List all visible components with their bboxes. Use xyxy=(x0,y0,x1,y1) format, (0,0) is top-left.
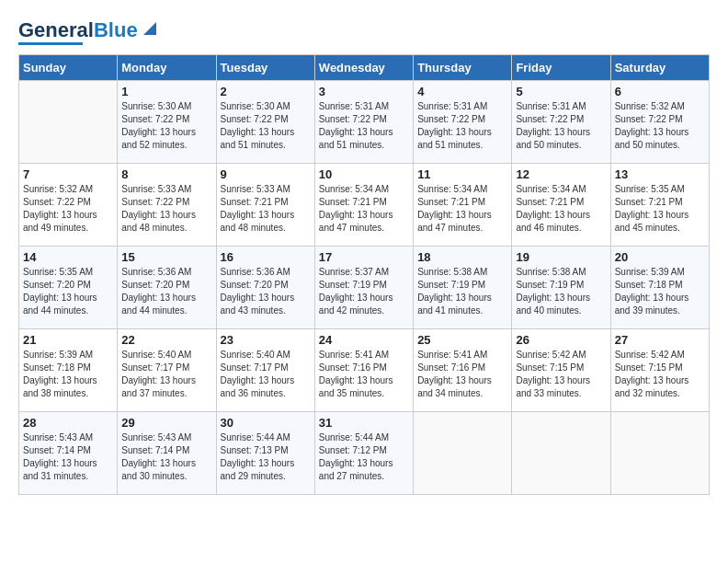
calendar-cell: 29Sunrise: 5:43 AM Sunset: 7:14 PM Dayli… xyxy=(118,412,216,495)
col-header-thursday: Thursday xyxy=(414,55,512,81)
calendar-cell xyxy=(512,412,610,495)
day-number: 1 xyxy=(121,85,211,98)
day-number: 28 xyxy=(23,416,113,430)
day-number: 16 xyxy=(221,250,311,264)
day-info: Sunrise: 5:34 AM Sunset: 7:21 PM Dayligh… xyxy=(516,183,606,235)
calendar-cell: 18Sunrise: 5:38 AM Sunset: 7:19 PM Dayli… xyxy=(414,247,512,329)
day-info: Sunrise: 5:40 AM Sunset: 7:17 PM Dayligh… xyxy=(221,349,311,400)
day-info: Sunrise: 5:44 AM Sunset: 7:12 PM Dayligh… xyxy=(319,431,409,483)
day-number: 18 xyxy=(417,250,507,264)
day-info: Sunrise: 5:43 AM Sunset: 7:14 PM Dayligh… xyxy=(23,431,113,483)
day-info: Sunrise: 5:33 AM Sunset: 7:22 PM Dayligh… xyxy=(121,183,211,235)
day-number: 29 xyxy=(121,416,211,430)
week-row-4: 21Sunrise: 5:39 AM Sunset: 7:18 PM Dayli… xyxy=(19,329,710,412)
calendar-cell: 1Sunrise: 5:30 AM Sunset: 7:22 PM Daylig… xyxy=(118,81,216,164)
week-row-1: 1Sunrise: 5:30 AM Sunset: 7:22 PM Daylig… xyxy=(19,81,710,164)
calendar-cell: 6Sunrise: 5:32 AM Sunset: 7:22 PM Daylig… xyxy=(610,81,709,164)
calendar-cell: 31Sunrise: 5:44 AM Sunset: 7:12 PM Dayli… xyxy=(314,412,413,495)
calendar-cell: 5Sunrise: 5:31 AM Sunset: 7:22 PM Daylig… xyxy=(512,81,610,164)
day-number: 17 xyxy=(319,250,409,264)
day-info: Sunrise: 5:37 AM Sunset: 7:19 PM Dayligh… xyxy=(319,266,409,317)
day-number: 8 xyxy=(121,167,211,181)
col-header-friday: Friday xyxy=(512,55,610,81)
calendar-cell: 26Sunrise: 5:42 AM Sunset: 7:15 PM Dayli… xyxy=(512,329,610,412)
day-number: 27 xyxy=(615,333,705,347)
col-header-saturday: Saturday xyxy=(610,55,709,81)
calendar-cell: 21Sunrise: 5:39 AM Sunset: 7:18 PM Dayli… xyxy=(19,329,118,412)
day-info: Sunrise: 5:40 AM Sunset: 7:17 PM Dayligh… xyxy=(121,349,211,400)
week-row-2: 7Sunrise: 5:32 AM Sunset: 7:22 PM Daylig… xyxy=(19,164,710,247)
day-info: Sunrise: 5:41 AM Sunset: 7:16 PM Dayligh… xyxy=(417,349,507,400)
calendar-cell: 12Sunrise: 5:34 AM Sunset: 7:21 PM Dayli… xyxy=(512,164,610,247)
day-info: Sunrise: 5:39 AM Sunset: 7:18 PM Dayligh… xyxy=(23,349,113,400)
day-info: Sunrise: 5:42 AM Sunset: 7:15 PM Dayligh… xyxy=(516,349,606,400)
day-info: Sunrise: 5:44 AM Sunset: 7:13 PM Dayligh… xyxy=(221,431,311,483)
calendar-cell: 24Sunrise: 5:41 AM Sunset: 7:16 PM Dayli… xyxy=(314,329,413,412)
calendar-cell: 14Sunrise: 5:35 AM Sunset: 7:20 PM Dayli… xyxy=(19,247,118,329)
logo-icon xyxy=(140,18,160,39)
calendar-cell: 7Sunrise: 5:32 AM Sunset: 7:22 PM Daylig… xyxy=(19,164,118,247)
logo: GeneralBlue xyxy=(18,18,160,45)
calendar-cell: 8Sunrise: 5:33 AM Sunset: 7:22 PM Daylig… xyxy=(118,164,216,247)
day-number: 30 xyxy=(221,416,311,430)
col-header-monday: Monday xyxy=(118,55,216,81)
calendar-cell: 23Sunrise: 5:40 AM Sunset: 7:17 PM Dayli… xyxy=(216,329,314,412)
calendar-cell: 25Sunrise: 5:41 AM Sunset: 7:16 PM Dayli… xyxy=(414,329,512,412)
day-number: 22 xyxy=(121,333,211,347)
day-number: 15 xyxy=(121,250,211,264)
calendar-cell: 15Sunrise: 5:36 AM Sunset: 7:20 PM Dayli… xyxy=(118,247,216,329)
col-header-tuesday: Tuesday xyxy=(216,55,314,81)
day-info: Sunrise: 5:31 AM Sunset: 7:22 PM Dayligh… xyxy=(319,100,409,152)
calendar-cell: 11Sunrise: 5:34 AM Sunset: 7:21 PM Dayli… xyxy=(414,164,512,247)
day-number: 10 xyxy=(319,167,409,181)
calendar-header-row: SundayMondayTuesdayWednesdayThursdayFrid… xyxy=(19,55,710,81)
calendar-cell xyxy=(610,412,709,495)
calendar-cell: 19Sunrise: 5:38 AM Sunset: 7:19 PM Dayli… xyxy=(512,247,610,329)
day-number: 26 xyxy=(516,333,606,347)
day-info: Sunrise: 5:43 AM Sunset: 7:14 PM Dayligh… xyxy=(121,431,211,483)
calendar-cell: 20Sunrise: 5:39 AM Sunset: 7:18 PM Dayli… xyxy=(610,247,709,329)
logo-underline xyxy=(18,42,83,45)
day-info: Sunrise: 5:39 AM Sunset: 7:18 PM Dayligh… xyxy=(615,266,705,317)
col-header-sunday: Sunday xyxy=(19,55,118,81)
day-info: Sunrise: 5:35 AM Sunset: 7:20 PM Dayligh… xyxy=(23,266,113,317)
day-number: 4 xyxy=(417,85,507,98)
calendar-cell xyxy=(19,81,118,164)
day-number: 21 xyxy=(23,333,113,347)
calendar-cell: 13Sunrise: 5:35 AM Sunset: 7:21 PM Dayli… xyxy=(610,164,709,247)
day-number: 19 xyxy=(516,250,606,264)
day-number: 12 xyxy=(516,167,606,181)
calendar-cell: 17Sunrise: 5:37 AM Sunset: 7:19 PM Dayli… xyxy=(314,247,413,329)
calendar-cell: 9Sunrise: 5:33 AM Sunset: 7:21 PM Daylig… xyxy=(216,164,314,247)
day-info: Sunrise: 5:36 AM Sunset: 7:20 PM Dayligh… xyxy=(221,266,311,317)
calendar-cell: 30Sunrise: 5:44 AM Sunset: 7:13 PM Dayli… xyxy=(216,412,314,495)
day-number: 31 xyxy=(319,416,409,430)
svg-marker-0 xyxy=(143,22,156,35)
day-info: Sunrise: 5:31 AM Sunset: 7:22 PM Dayligh… xyxy=(417,100,507,152)
day-info: Sunrise: 5:42 AM Sunset: 7:15 PM Dayligh… xyxy=(615,349,705,400)
calendar-cell xyxy=(414,412,512,495)
day-info: Sunrise: 5:36 AM Sunset: 7:20 PM Dayligh… xyxy=(121,266,211,317)
day-number: 14 xyxy=(23,250,113,264)
calendar-cell: 27Sunrise: 5:42 AM Sunset: 7:15 PM Dayli… xyxy=(610,329,709,412)
week-row-5: 28Sunrise: 5:43 AM Sunset: 7:14 PM Dayli… xyxy=(19,412,710,495)
day-number: 9 xyxy=(221,167,311,181)
col-header-wednesday: Wednesday xyxy=(314,55,413,81)
day-number: 2 xyxy=(221,85,311,98)
logo-text: GeneralBlue xyxy=(18,20,138,40)
day-info: Sunrise: 5:41 AM Sunset: 7:16 PM Dayligh… xyxy=(319,349,409,400)
day-number: 13 xyxy=(615,167,705,181)
day-number: 5 xyxy=(516,85,606,98)
calendar-cell: 2Sunrise: 5:30 AM Sunset: 7:22 PM Daylig… xyxy=(216,81,314,164)
page-header: GeneralBlue xyxy=(18,18,710,45)
day-number: 6 xyxy=(615,85,705,98)
calendar-cell: 10Sunrise: 5:34 AM Sunset: 7:21 PM Dayli… xyxy=(314,164,413,247)
calendar-cell: 3Sunrise: 5:31 AM Sunset: 7:22 PM Daylig… xyxy=(314,81,413,164)
day-info: Sunrise: 5:32 AM Sunset: 7:22 PM Dayligh… xyxy=(615,100,705,152)
day-info: Sunrise: 5:33 AM Sunset: 7:21 PM Dayligh… xyxy=(221,183,311,235)
day-number: 23 xyxy=(221,333,311,347)
day-number: 3 xyxy=(319,85,409,98)
day-info: Sunrise: 5:30 AM Sunset: 7:22 PM Dayligh… xyxy=(121,100,211,152)
day-number: 24 xyxy=(319,333,409,347)
day-number: 7 xyxy=(23,167,113,181)
